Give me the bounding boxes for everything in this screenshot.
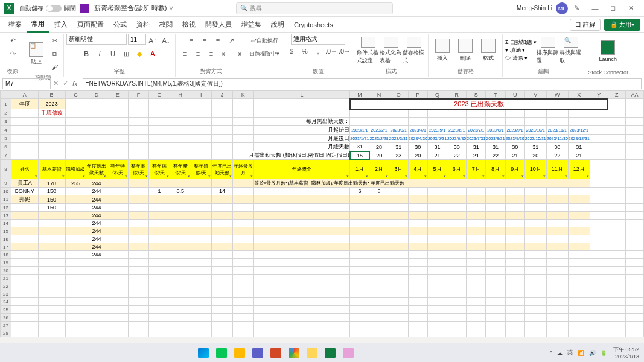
cell[interactable] (486, 290, 505, 298)
cell[interactable]: 2023/11/30 (546, 135, 568, 143)
cell[interactable] (568, 322, 590, 329)
cell[interactable] (212, 212, 233, 220)
cell[interactable]: 31 (389, 143, 408, 151)
cell[interactable] (128, 329, 149, 337)
name-box[interactable]: M7 (2, 78, 51, 89)
cell[interactable] (128, 118, 149, 126)
cell[interactable] (11, 298, 38, 306)
cell[interactable]: 2023/1/31 (350, 135, 369, 143)
cell[interactable] (232, 298, 253, 306)
cell[interactable] (191, 306, 212, 314)
cell[interactable] (369, 314, 389, 322)
cell[interactable] (369, 118, 389, 126)
cell[interactable] (38, 298, 65, 306)
cell[interactable] (253, 314, 350, 322)
cell[interactable] (590, 322, 608, 329)
col-header[interactable]: H (170, 91, 191, 99)
cell[interactable] (253, 251, 350, 259)
cell[interactable] (170, 282, 191, 290)
cell[interactable] (486, 188, 505, 195)
cell[interactable]: 2023/2/1 (369, 126, 389, 135)
cell[interactable] (467, 188, 486, 195)
cell[interactable] (149, 109, 170, 118)
cell[interactable] (128, 322, 149, 329)
cell[interactable] (524, 227, 546, 235)
row-header[interactable]: 14 (1, 220, 11, 227)
cell[interactable] (427, 212, 447, 220)
cell[interactable] (212, 290, 233, 298)
cell[interactable] (505, 282, 524, 290)
month-header-cell[interactable]: 3月 (389, 160, 408, 179)
cell[interactable]: 2023/7/31 (467, 135, 486, 143)
cell[interactable] (38, 212, 65, 220)
cell[interactable] (467, 227, 486, 235)
autosave-toggle[interactable]: 自動儲存 關閉 (19, 4, 76, 13)
cell[interactable] (524, 290, 546, 298)
cell[interactable] (389, 251, 408, 259)
indent-dec-icon[interactable]: ⇤ (218, 47, 231, 60)
cell[interactable] (253, 212, 350, 220)
month-header-cell[interactable]: 6月 (447, 160, 467, 179)
cell[interactable] (505, 204, 524, 212)
cell[interactable] (128, 227, 149, 235)
cell[interactable] (128, 298, 149, 306)
orientation-icon[interactable]: ↗ (225, 34, 238, 47)
cell[interactable] (389, 298, 408, 306)
cell[interactable]: 22 (447, 151, 467, 160)
cell[interactable]: 30 (447, 143, 467, 151)
cell[interactable] (212, 243, 233, 251)
cell[interactable] (626, 329, 644, 337)
cell[interactable] (107, 220, 128, 227)
cell[interactable] (608, 275, 626, 282)
cell[interactable] (486, 227, 505, 235)
month-header-cell[interactable]: 10月 (524, 160, 546, 179)
cell[interactable] (86, 99, 107, 109)
cell[interactable] (524, 195, 546, 204)
cell[interactable] (11, 322, 38, 329)
cell[interactable] (149, 290, 170, 298)
cell[interactable] (467, 243, 486, 251)
cell[interactable] (486, 298, 505, 306)
cell[interactable] (149, 298, 170, 306)
currency-icon[interactable]: $ (285, 45, 298, 58)
cell[interactable] (350, 251, 369, 259)
cell[interactable] (608, 160, 626, 179)
cell[interactable] (11, 275, 38, 282)
cell[interactable] (568, 314, 590, 322)
cell[interactable] (524, 298, 546, 306)
cell[interactable] (486, 322, 505, 329)
col-header[interactable]: W (546, 91, 568, 99)
row-header[interactable]: 26 (1, 314, 11, 322)
cell[interactable] (170, 322, 191, 329)
col-header[interactable]: M (350, 91, 369, 99)
column-header-cell[interactable]: 整年特休/天 (107, 160, 128, 179)
cell[interactable] (253, 227, 350, 235)
cell[interactable] (590, 267, 608, 275)
cell[interactable] (11, 227, 38, 235)
tab-crypto[interactable]: Cryptosheets (289, 17, 338, 33)
cell[interactable] (350, 290, 369, 298)
row-header[interactable]: 9 (1, 179, 11, 188)
cell[interactable] (408, 204, 427, 212)
tab-layout[interactable]: 頁面配置 (72, 17, 109, 33)
cell[interactable] (408, 227, 427, 235)
cell[interactable] (107, 135, 128, 143)
pen-icon[interactable]: ✎ (568, 0, 586, 17)
cell[interactable] (608, 143, 626, 151)
cell[interactable] (149, 135, 170, 143)
cell[interactable] (38, 282, 65, 290)
cell[interactable] (427, 259, 447, 267)
cell[interactable] (65, 282, 86, 290)
cell[interactable] (626, 204, 644, 212)
cell[interactable] (38, 314, 65, 322)
cell[interactable] (447, 212, 467, 220)
cell[interactable] (65, 204, 86, 212)
cell[interactable] (350, 204, 369, 212)
cell[interactable] (546, 259, 568, 267)
col-header[interactable]: Q (427, 91, 447, 99)
cell[interactable] (191, 314, 212, 322)
cell[interactable] (626, 322, 644, 329)
column-header-cell[interactable]: 整年產假/天 (170, 160, 191, 179)
cell[interactable] (212, 251, 233, 259)
row-header[interactable]: 4 (1, 126, 11, 135)
